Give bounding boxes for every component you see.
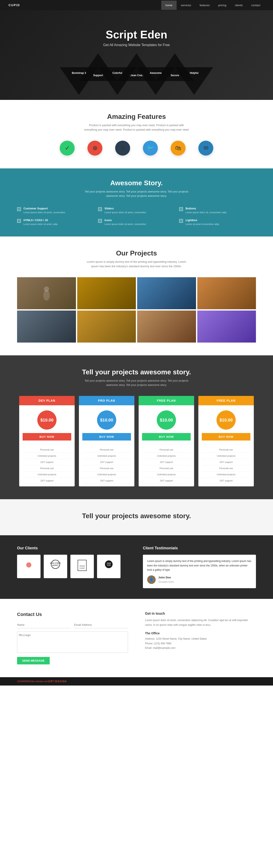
clients-title: Our Clients xyxy=(17,546,130,551)
feature-buttons: Buttons Lorem ipsum dolor sit, consectet… xyxy=(179,207,256,214)
plan-price-pro: $10.00 xyxy=(79,405,134,433)
plan-feat-free2-1: Personal use xyxy=(202,447,250,453)
plan-features-pro: Personal use Unlimited projects 24/7 sup… xyxy=(79,444,134,486)
svg-point-1 xyxy=(44,286,49,291)
story-subtitle: Tell your projects awesome story. Tell y… xyxy=(83,189,190,198)
plan-header-free1: FREE PLAN xyxy=(139,396,194,405)
clients-section: Our Clients KIKTO BRAD STREET MARKET xyxy=(0,535,273,599)
plan-feat-pro-5: Unlimited projects xyxy=(82,471,131,478)
buy-btn-pro[interactable]: BUY NOW xyxy=(82,433,131,440)
plan-feat-free1-6: 24/7 support xyxy=(142,478,191,484)
plan-feat-free2-3: 24/7 support xyxy=(202,459,250,465)
contact-name-input[interactable] xyxy=(17,621,71,628)
plan-features-free1: Personal use Unlimited projects 24/7 sup… xyxy=(139,444,194,486)
story-features-grid: Customer Support Lorem ipsum dolor sit a… xyxy=(17,207,256,226)
tri-helpful: Helpful xyxy=(175,67,213,95)
features-section: Amazing Features Product is packed with … xyxy=(0,100,273,168)
get-in-touch-title: Get in touch xyxy=(145,612,256,616)
author-name: John Doe xyxy=(158,575,174,580)
project-item-3[interactable] xyxy=(137,277,196,309)
plan-feat-dev-2: Unlimited projects xyxy=(23,453,71,459)
tri-bootstrap: Bootstrap 3 xyxy=(60,67,98,95)
hero-triangles-row2: Bootstrap 3 Colorful Awesome Helpful xyxy=(60,67,213,95)
hero-section: Script Eden Get All Amazing Website Temp… xyxy=(0,10,273,100)
contact-message-input[interactable] xyxy=(17,631,128,653)
nav-features[interactable]: features xyxy=(195,1,214,10)
plan-features-dev: Personal use Unlimited projects 24/7 sup… xyxy=(19,444,75,486)
projects-grid xyxy=(17,277,256,343)
plan-feat-dev-6: 24/7 support xyxy=(23,478,71,484)
project-item-4[interactable] xyxy=(197,277,256,309)
price-circle-free2: $10.00 xyxy=(216,410,236,430)
pricing-card-pro: PRO PLAN $10.00 BUY NOW Personal use Unl… xyxy=(79,396,134,486)
plan-feat-pro-1: Personal use xyxy=(82,447,131,453)
plan-feat-pro-2: Unlimited projects xyxy=(82,453,131,459)
buy-btn-free2[interactable]: BUY NOW xyxy=(202,433,250,440)
plan-feat-free1-1: Personal use xyxy=(142,447,191,453)
feature-mail: ✉ xyxy=(198,141,213,156)
hero-title: Script Eden xyxy=(106,28,167,41)
nav-contact[interactable]: contact xyxy=(247,1,265,10)
price-circle-pro: $10.00 xyxy=(97,410,116,430)
feature-title-4: HTML5 / CSS3 / JS xyxy=(24,219,58,222)
pricing-section: Tell your projects awesome story. Tell y… xyxy=(0,355,273,499)
footer-watermark: 访问WWWW.bbs.xieniao.com免费下载更多模板 xyxy=(17,680,67,683)
project-item-5[interactable] xyxy=(17,311,76,343)
feature-lifebuoy: ⊕ xyxy=(88,141,102,156)
feature-desc-4: Lorem ipsum dolor sit amet, adip. xyxy=(24,223,58,226)
contact-email-input[interactable] xyxy=(74,621,128,628)
svg-text:FILMS: FILMS xyxy=(107,564,111,566)
clients-right: Client Testimonials Lorem ipsum is simpl… xyxy=(143,546,256,588)
feature-title-3: Buttons xyxy=(185,207,227,210)
feature-compass: ◎ xyxy=(115,141,130,156)
pricing-story-title: Tell your projects awesome story. xyxy=(17,368,256,376)
office-section: The Office Address: 1234 Street Name, Ci… xyxy=(145,631,256,651)
project-item-7[interactable] xyxy=(137,311,196,343)
send-message-button[interactable]: SEND MESSAGE xyxy=(17,657,50,664)
project-item-1[interactable] xyxy=(17,277,76,309)
client-logo-apache: APACHE CLOSET xyxy=(70,555,94,578)
contact-title: Contact Us xyxy=(17,612,128,617)
feature-bag: 🛍 xyxy=(171,141,185,156)
nav-pricing[interactable]: pricing xyxy=(214,1,231,10)
author-avatar: 👤 xyxy=(147,576,156,584)
office-email: Email: mail@example.com xyxy=(145,646,256,651)
projects-section: Our Projects Lorem ipsum is simply dummy… xyxy=(0,237,273,355)
nav-home[interactable]: home xyxy=(161,1,177,10)
project-item-2[interactable] xyxy=(77,277,136,309)
project-item-6[interactable] xyxy=(77,311,136,343)
lifebuoy-icon: ⊕ xyxy=(88,141,102,156)
buy-btn-dev[interactable]: BUY NOW xyxy=(23,433,71,440)
contact-section: Contact Us SEND MESSAGE Get in touch Lor… xyxy=(0,599,273,677)
client-logos: KIKTO BRAD STREET MARKET APACHE CLOSET xyxy=(17,555,130,578)
feature-title-1: Customer Support xyxy=(24,207,65,210)
office-phone: Phone: (123) 456-7890 xyxy=(145,641,256,646)
client-logo-bradstreet: BRAD STREET MARKET xyxy=(44,555,67,578)
plan-feat-pro-3: 24/7 support xyxy=(82,459,131,465)
buy-btn-free1[interactable]: BUY NOW xyxy=(142,433,191,440)
projects-title: Our Projects xyxy=(17,249,256,257)
feature-sliders: Sliders Lorem ipsum dolor sit amet, cons… xyxy=(98,207,175,214)
office-title: The Office xyxy=(145,631,256,635)
nav-clients[interactable]: clients xyxy=(231,1,247,10)
svg-point-0 xyxy=(43,290,50,301)
svg-text:MARKET: MARKET xyxy=(52,564,59,566)
plan-feat-pro-6: 24/7 support xyxy=(82,478,131,484)
pricing-card-dev: DEV PLAN $10.00 BUY NOW Personal use Unl… xyxy=(19,396,75,486)
project-item-8[interactable] xyxy=(197,311,256,343)
navbar: CUPID home services features pricing cli… xyxy=(0,0,273,10)
testimonials-title: Client Testimonials xyxy=(143,546,256,551)
pricing-story-subtitle: Tell your projects awesome story. Tell y… xyxy=(83,379,190,388)
svg-text:BRAD STREET: BRAD STREET xyxy=(50,562,61,564)
projects-subtitle: Lorem ipsum is simply dummy text of the … xyxy=(83,260,190,269)
twitter-icon: 🐦 xyxy=(143,141,158,156)
feature-html5: HTML5 / CSS3 / JS Lorem ipsum dolor sit … xyxy=(17,219,94,226)
plan-features-free2: Personal use Unlimited projects 24/7 sup… xyxy=(198,444,254,486)
nav-services[interactable]: services xyxy=(177,1,195,10)
feature-checkbox-6 xyxy=(179,219,183,223)
feature-checkbox-1 xyxy=(17,207,21,211)
plan-feat-free1-5: Unlimited projects xyxy=(142,471,191,478)
clients-left: Our Clients KIKTO BRAD STREET MARKET xyxy=(17,546,130,588)
hero-subtitle: Get All Amazing Website Templates for Fr… xyxy=(103,43,170,47)
plan-feat-free2-2: Unlimited projects xyxy=(202,453,250,459)
